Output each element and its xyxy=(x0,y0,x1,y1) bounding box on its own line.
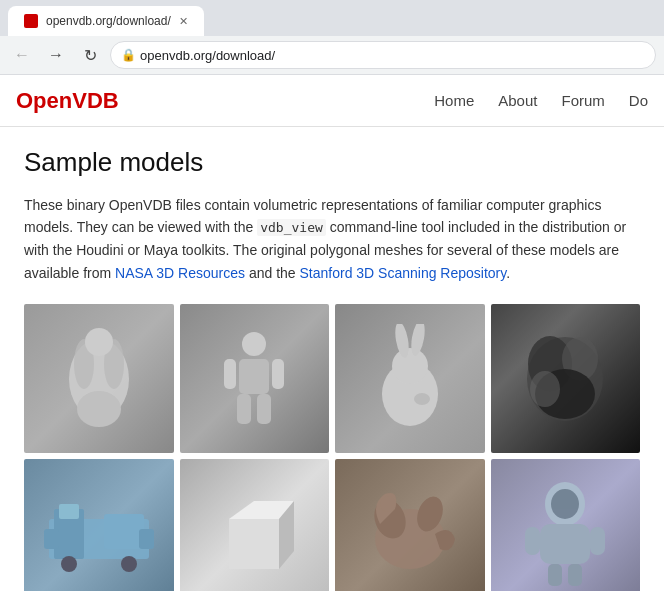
svg-point-25 xyxy=(61,556,77,572)
browser-tab[interactable]: openvdb.org/download/ ✕ xyxy=(8,6,204,36)
svg-rect-39 xyxy=(525,527,540,555)
svg-rect-8 xyxy=(272,359,284,389)
nav-forum[interactable]: Forum xyxy=(561,92,604,109)
svg-rect-23 xyxy=(59,504,79,519)
nasa-link[interactable]: NASA 3D Resources xyxy=(115,265,245,281)
site-logo: OpenVDB xyxy=(16,88,119,114)
svg-rect-7 xyxy=(224,359,236,389)
smoke-visual xyxy=(515,324,615,434)
svg-point-15 xyxy=(414,393,430,405)
tab-bar: openvdb.org/download/ ✕ xyxy=(0,0,664,36)
model-hulk[interactable] xyxy=(24,304,174,454)
nav-home[interactable]: Home xyxy=(434,92,474,109)
model-mech[interactable] xyxy=(24,459,174,591)
site-nav: OpenVDB Home About Forum Do xyxy=(0,75,664,127)
tab-close-button[interactable]: ✕ xyxy=(179,15,188,28)
svg-rect-6 xyxy=(239,359,269,394)
model-astronaut[interactable] xyxy=(491,459,641,591)
dragon-visual xyxy=(360,484,460,584)
stanford-link[interactable]: Stanford 3D Scanning Repository xyxy=(300,265,507,281)
svg-point-38 xyxy=(551,489,579,519)
model-smoke[interactable] xyxy=(491,304,641,454)
url-text: openvdb.org/download/ xyxy=(140,48,275,63)
svg-rect-40 xyxy=(590,527,605,555)
model-figure[interactable] xyxy=(180,304,330,454)
figure-visual xyxy=(204,324,304,434)
svg-point-3 xyxy=(85,328,113,356)
nav-do[interactable]: Do xyxy=(629,92,648,109)
main-content: Sample models These binary OpenVDB files… xyxy=(0,127,664,591)
lock-icon: 🔒 xyxy=(121,48,136,62)
logo-open: Open xyxy=(16,88,72,113)
model-grid xyxy=(24,304,640,591)
svg-point-20 xyxy=(530,371,560,407)
desc-text-3: and the xyxy=(245,265,300,281)
nav-about[interactable]: About xyxy=(498,92,537,109)
tab-favicon xyxy=(24,14,38,28)
svg-rect-28 xyxy=(139,529,154,549)
nav-links: Home About Forum Do xyxy=(434,92,648,109)
svg-rect-41 xyxy=(548,564,562,586)
svg-rect-9 xyxy=(237,394,251,424)
page-title: Sample models xyxy=(24,147,640,178)
url-bar[interactable]: 🔒 openvdb.org/download/ xyxy=(110,41,656,69)
astro-visual xyxy=(520,479,610,589)
svg-point-35 xyxy=(380,496,396,512)
svg-marker-29 xyxy=(229,519,279,569)
svg-rect-37 xyxy=(540,524,590,564)
address-bar: ← → ↻ 🔒 openvdb.org/download/ xyxy=(0,36,664,74)
tab-title: openvdb.org/download/ xyxy=(46,14,171,28)
svg-rect-24 xyxy=(104,514,144,549)
cube-visual xyxy=(209,489,299,579)
browser-chrome: openvdb.org/download/ ✕ ← → ↻ 🔒 openvdb.… xyxy=(0,0,664,75)
model-bunny[interactable] xyxy=(335,304,485,454)
page-description: These binary OpenVDB files contain volum… xyxy=(24,194,640,284)
svg-point-26 xyxy=(121,556,137,572)
forward-button[interactable]: → xyxy=(42,41,70,69)
bunny-visual xyxy=(360,324,460,434)
refresh-button[interactable]: ↻ xyxy=(76,41,104,69)
svg-point-4 xyxy=(77,391,121,427)
desc-text-4: . xyxy=(506,265,510,281)
svg-rect-27 xyxy=(44,529,59,549)
back-button[interactable]: ← xyxy=(8,41,36,69)
model-dragon[interactable] xyxy=(335,459,485,591)
logo-vdb: VDB xyxy=(72,88,118,113)
code-vdb-view: vdb_view xyxy=(257,219,326,236)
mech-visual xyxy=(44,489,154,579)
svg-rect-42 xyxy=(568,564,582,586)
svg-point-5 xyxy=(242,332,266,356)
model-cube[interactable] xyxy=(180,459,330,591)
hulk-visual xyxy=(49,324,149,434)
svg-point-12 xyxy=(392,348,428,384)
svg-rect-10 xyxy=(257,394,271,424)
